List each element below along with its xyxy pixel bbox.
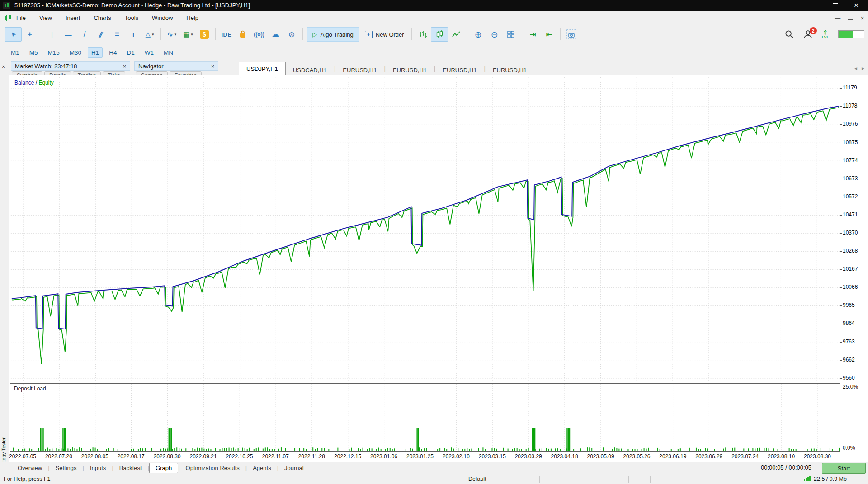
indicators-button[interactable]: ∿▾ — [164, 28, 180, 41]
screenshot-button[interactable] — [563, 28, 580, 41]
user-account-button[interactable]: 2 — [803, 29, 813, 39]
x-axis-label: 2022.08.05 — [77, 453, 113, 460]
window-title: 51197305 - ICMarketsSC-Demo: Demo Accoun… — [14, 2, 250, 9]
x-axis-label: 2023.07.24 — [727, 453, 763, 460]
close-button[interactable]: × — [846, 0, 867, 11]
timeframe-toolbar: M1M5M15M30H1H4D1W1MN — [0, 44, 868, 61]
tester-tab-overview[interactable]: Overview — [12, 463, 48, 473]
menu-tools[interactable]: Tools — [125, 14, 138, 21]
ide-button[interactable]: IDE — [218, 28, 235, 41]
mdi-minimize-icon[interactable]: — — [835, 14, 840, 21]
candlestick-mode-button[interactable] — [431, 27, 448, 42]
navigator-header[interactable]: Navigator × — [134, 61, 218, 71]
new-order-button[interactable]: + New Order — [360, 28, 409, 41]
menu-insert[interactable]: Insert — [66, 14, 80, 21]
y-axis-label: 10673 — [843, 175, 858, 182]
timeframe-m15[interactable]: M15 — [44, 47, 63, 58]
y-axis-tick — [840, 342, 842, 343]
tester-close-icon[interactable]: × — [2, 64, 5, 70]
tester-tab-journal[interactable]: Journal — [278, 463, 310, 473]
tester-tabs-row: Overview|Settings|Inputs|Backtest|Graph|… — [0, 462, 868, 474]
tester-tab-backtest[interactable]: Backtest — [113, 463, 148, 473]
market-button[interactable] — [235, 28, 251, 41]
status-separator — [585, 476, 585, 483]
navigator-close-icon[interactable]: × — [211, 63, 214, 70]
timeframe-d1[interactable]: D1 — [123, 47, 138, 58]
text-tool-button[interactable]: T — [125, 28, 142, 41]
menu-help[interactable]: Help — [186, 14, 198, 21]
chart-tab-eurusd-h1-4[interactable]: EURUSD,H1 — [435, 65, 484, 75]
chart-template-button[interactable]: ▦▾ — [180, 28, 196, 41]
scroll-left-icon[interactable]: ◂ — [854, 65, 857, 71]
cloud-button[interactable]: ☁ — [267, 28, 283, 41]
chart-tab-eurusd-h1-2[interactable]: EURUSD,H1 — [335, 65, 384, 75]
restore-button[interactable] — [825, 0, 846, 11]
timeframe-h1[interactable]: H1 — [88, 47, 103, 58]
shift-end-left-button[interactable]: ⇤ — [541, 28, 557, 41]
scroll-right-icon[interactable]: ▸ — [862, 65, 864, 71]
zoom-out-button[interactable]: ⊖ — [486, 28, 503, 41]
chart-tab-usdcad-h1-1[interactable]: USDCAD,H1 — [286, 65, 334, 75]
deposit-load-label: Deposit Load — [13, 385, 47, 392]
menu-file[interactable]: File — [16, 14, 26, 21]
bar-chart-mode-button[interactable] — [415, 28, 431, 41]
zoom-in-button[interactable]: ⊕ — [470, 28, 486, 41]
y-axis-tick — [840, 215, 842, 216]
currency-button[interactable]: $ — [196, 28, 212, 41]
line-chart-mode-button[interactable] — [448, 28, 464, 41]
timeframe-w1[interactable]: W1 — [141, 47, 157, 58]
timeframe-m30[interactable]: M30 — [66, 47, 85, 58]
x-axis-label: 2022.07.05 — [5, 453, 41, 460]
mdi-close-icon[interactable]: × — [860, 14, 864, 22]
start-button[interactable]: Start — [822, 463, 866, 474]
timeframe-m5[interactable]: M5 — [26, 47, 42, 58]
timeframe-h4[interactable]: H4 — [105, 47, 120, 58]
timeframe-m1[interactable]: M1 — [7, 47, 23, 58]
market-watch-close-icon[interactable]: × — [123, 63, 126, 70]
trendline-tool-button[interactable]: / — [76, 28, 93, 41]
y-axis-label: 10066 — [843, 284, 858, 290]
tester-tab-graph[interactable]: Graph — [149, 463, 178, 473]
mdi-restore-icon[interactable] — [848, 14, 853, 21]
channel-tool-button[interactable]: ∥ — [93, 28, 109, 41]
crosshair-tool-button[interactable]: + — [22, 28, 38, 41]
shift-end-right-button[interactable]: ⇥ — [525, 28, 541, 41]
dollar-icon: $ — [200, 30, 209, 39]
line-chart-icon — [452, 30, 461, 39]
equidistant-tool-button[interactable]: ≡ — [109, 28, 125, 41]
lvl-indicator[interactable]: ⇧ LVL — [822, 30, 829, 39]
vertical-line-tool-button[interactable]: | — [44, 28, 60, 41]
tester-tab-optimization-results[interactable]: Optimization Results — [180, 463, 245, 473]
cursor-tool-button[interactable]: ➤ — [5, 27, 22, 42]
y-axis-label: 9965 — [843, 302, 855, 308]
x-axis-label: 2023.06.29 — [691, 453, 727, 460]
y-axis-label: 10976 — [843, 121, 858, 127]
timeframe-mn[interactable]: MN — [160, 47, 177, 58]
deposit-load-chart[interactable] — [10, 383, 840, 452]
market-watch-header[interactable]: Market Watch: 23:47:18 × — [11, 61, 130, 71]
shapes-tool-button[interactable]: △▾ — [142, 28, 158, 41]
equidistant-icon: ≡ — [115, 30, 119, 39]
tester-tab-settings[interactable]: Settings — [50, 463, 83, 473]
search-icon[interactable] — [785, 30, 794, 39]
community-button[interactable]: ⊛ — [283, 28, 300, 41]
chart-tab-usdjpy-h1-0[interactable]: USDJPY,H1 — [239, 62, 286, 75]
chart-tab-eurusd-h1-5[interactable]: EURUSD,H1 — [486, 65, 534, 75]
horizontal-line-tool-button[interactable]: — — [60, 28, 76, 41]
algo-trading-button[interactable]: ▷ Algo Trading — [307, 27, 359, 42]
tester-tab-agents[interactable]: Agents — [247, 463, 277, 473]
y-axis-tick — [840, 378, 842, 379]
menu-charts[interactable]: Charts — [94, 14, 111, 21]
minimize-button[interactable]: — — [804, 0, 825, 11]
mdi-window-controls: — × — [835, 11, 864, 25]
signals-button[interactable]: ((o)) — [251, 28, 267, 41]
profile-name: Default — [468, 476, 486, 482]
menu-view[interactable]: View — [39, 14, 52, 21]
lvl-label: LVL — [822, 35, 829, 39]
balance-equity-chart[interactable] — [10, 77, 840, 382]
menu-window[interactable]: Window — [152, 14, 173, 21]
tile-windows-button[interactable] — [503, 28, 519, 41]
tester-tab-inputs[interactable]: Inputs — [84, 463, 112, 473]
text-tool-icon: T — [131, 31, 135, 38]
chart-tab-eurusd-h1-3[interactable]: EURUSD,H1 — [386, 65, 434, 75]
